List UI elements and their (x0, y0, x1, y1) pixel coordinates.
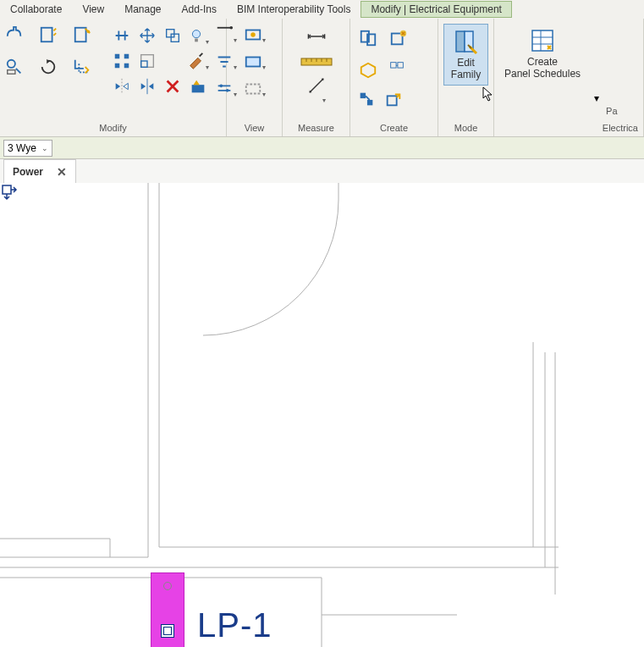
create-assembly-icon[interactable] (384, 56, 410, 81)
menu-modify-contextual[interactable]: Modify | Electrical Equipment (361, 1, 512, 18)
panel-schedules-dropdown-icon[interactable]: ▾ (594, 92, 599, 104)
svg-rect-5 (167, 30, 174, 37)
panel-label-electrical: Electrica (496, 121, 641, 136)
aligned-dim-button[interactable] (300, 24, 333, 49)
close-icon[interactable]: ✕ (50, 165, 67, 179)
measure-button[interactable]: ▾ (305, 75, 328, 108)
move-icon[interactable] (135, 24, 159, 47)
activate-icon[interactable] (3, 56, 25, 78)
create-parts-icon[interactable] (354, 86, 379, 112)
create-similar-icon[interactable] (354, 24, 383, 53)
ribbon-panel-create: Create (350, 19, 438, 136)
electrical-panel-equipment[interactable] (151, 572, 184, 647)
svg-point-17 (220, 85, 223, 88)
svg-rect-31 (367, 100, 372, 105)
panel-label-modify: Modify (2, 121, 224, 136)
chevron-down-icon: ⌄ (41, 144, 48, 152)
ribbon-panel-electrical: Create Panel Schedules ▾ Pa Electrica (494, 19, 644, 136)
ribbon-panel-modify: ▾ ▾ ▾ ▾ ▾ Modify (0, 19, 227, 136)
menu-manage[interactable]: Manage (114, 1, 171, 18)
ribbon-panel-view: ▾ ▾ ▾ View (227, 19, 283, 136)
menu-view[interactable]: View (72, 1, 114, 18)
menu-addins[interactable]: Add-Ins (172, 1, 227, 18)
menu-bim-interop[interactable]: BIM Interoperability Tools (227, 1, 361, 18)
panel-label-measure: Measure (284, 121, 348, 136)
menu-collaborate[interactable]: Collaborate (0, 1, 72, 18)
distribution-system-value: 3 Wye (8, 142, 36, 154)
svg-rect-10 (124, 54, 129, 59)
svg-rect-29 (398, 63, 403, 68)
demolish-icon[interactable] (186, 75, 210, 98)
ribbon-panel-mode: Edit Family Mode (438, 19, 494, 136)
edit-family-label: Edit Family (451, 57, 481, 81)
create-panel-schedules-button[interactable]: Create Panel Schedules (498, 24, 587, 84)
view-tab-power[interactable]: Power ✕ (3, 159, 76, 183)
panel-label-mode: Mode (440, 121, 492, 136)
delete-icon[interactable] (161, 75, 184, 98)
paint-icon[interactable]: ▾ (186, 49, 210, 73)
panel-label-create: Create (352, 121, 436, 136)
floorplan-lines (0, 183, 644, 647)
copy-icon[interactable] (161, 24, 184, 47)
type-selector-bar: 3 Wye ⌄ (0, 137, 644, 159)
ribbon: ▾ ▾ ▾ ▾ ▾ Modify ▾ ▾ ▾ Vie (0, 19, 644, 137)
distribution-system-select[interactable]: 3 Wye ⌄ (3, 140, 52, 157)
mirror-pick-icon[interactable] (135, 75, 159, 98)
svg-rect-1 (75, 28, 86, 42)
connector-grip-top[interactable] (163, 582, 172, 590)
pick-new-host-icon[interactable] (381, 86, 406, 112)
svg-point-2 (87, 30, 91, 34)
trim-icon[interactable] (71, 24, 93, 46)
svg-rect-21 (245, 58, 260, 67)
svg-rect-22 (245, 85, 260, 94)
svg-rect-6 (171, 34, 179, 41)
cope-icon[interactable] (3, 24, 25, 46)
svg-rect-8 (195, 39, 198, 42)
svg-rect-12 (124, 64, 129, 69)
scale-icon[interactable] (135, 49, 159, 73)
svg-rect-32 (388, 96, 397, 105)
mirror-axis-icon[interactable] (110, 75, 134, 98)
create-panel-schedules-label: Create Panel Schedules (504, 56, 581, 80)
view-tab-title: Power (13, 166, 43, 178)
create-group-icon[interactable] (354, 56, 383, 85)
svg-rect-11 (115, 64, 120, 69)
view-tab-bar: Power ✕ (0, 159, 644, 183)
svg-rect-0 (41, 28, 52, 42)
svg-point-7 (192, 30, 200, 38)
hide-icon[interactable]: ▾ (244, 24, 266, 46)
svg-rect-30 (361, 93, 366, 98)
move-grip-icon[interactable] (161, 624, 174, 638)
drag-handle-icon[interactable] (0, 183, 19, 202)
panel-tag[interactable]: LP-1 (197, 606, 272, 644)
light-icon[interactable]: ▾ (186, 24, 210, 47)
align-icon[interactable] (110, 24, 134, 47)
rotate-icon[interactable] (37, 56, 59, 78)
svg-rect-14 (141, 61, 147, 67)
array-icon[interactable] (110, 49, 134, 73)
panel-label-extra: Pa (606, 106, 617, 116)
cut-icon[interactable] (37, 24, 59, 46)
temp-hide-icon[interactable]: ▾ (244, 78, 266, 100)
svg-rect-9 (115, 54, 120, 59)
svg-point-20 (250, 32, 256, 37)
override-icon[interactable]: ▾ (244, 51, 266, 73)
svg-rect-28 (391, 63, 396, 68)
svg-rect-33 (456, 31, 465, 52)
offset-icon[interactable] (71, 56, 93, 78)
panel-label-view: View (228, 121, 280, 136)
ribbon-panel-measure: ▾ Measure (283, 19, 350, 136)
blank-icon (161, 49, 184, 73)
edit-family-button[interactable]: Edit Family (443, 24, 488, 86)
load-family-icon[interactable] (384, 24, 413, 53)
menubar: Collaborate View Manage Add-Ins BIM Inte… (0, 0, 644, 19)
svg-rect-15 (192, 85, 205, 92)
svg-point-3 (8, 60, 15, 68)
svg-rect-4 (8, 70, 15, 75)
drawing-canvas[interactable]: LP-1 #3 208 V 0 VA Other (0, 183, 644, 647)
ruler-icon[interactable] (300, 51, 333, 73)
